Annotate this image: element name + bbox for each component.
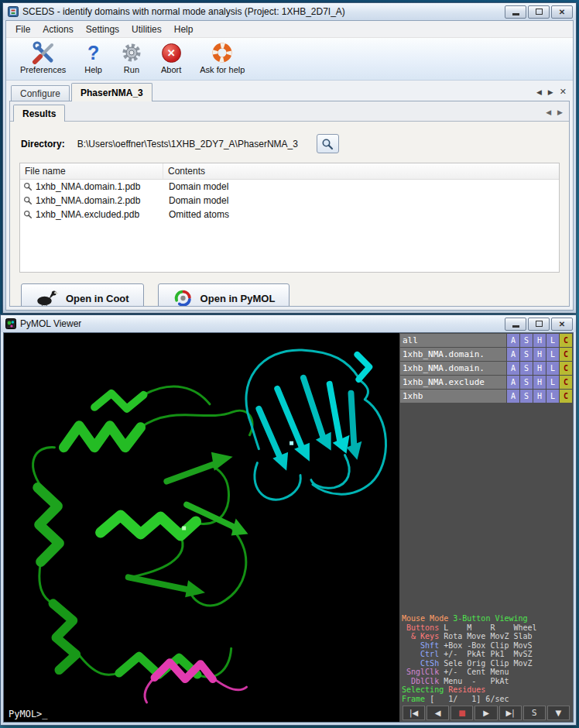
mouse-panel-text: Residues (448, 685, 485, 694)
open-in-coot-button[interactable]: Open in Coot (21, 283, 144, 307)
minimize-button[interactable] (505, 5, 526, 19)
object-name[interactable]: 1xhb_NMA.domain. (400, 348, 506, 361)
object-button-c[interactable]: C (560, 376, 572, 389)
mouse-panel-line: SnglClk +/- Cent Menu (402, 668, 570, 677)
preferences-button[interactable]: Preferences (11, 40, 75, 74)
file-magnifier-icon (23, 196, 33, 205)
object-button-a[interactable]: A (507, 334, 519, 347)
mouse-panel-text: DblClk (402, 677, 439, 685)
play-button[interactable]: ▶ (475, 706, 497, 720)
help-button[interactable]: ? Help (75, 40, 111, 74)
abort-button[interactable]: ✕ Abort (152, 40, 190, 74)
close-button[interactable]: ✕ (551, 318, 573, 331)
file-contents: Domain model (163, 181, 228, 192)
object-button-l[interactable]: L (546, 390, 559, 403)
mouse-panel-line: CtSh Sele Orig Clip MovZ (402, 659, 570, 668)
scene-button[interactable]: S (523, 706, 546, 720)
rewind-button[interactable]: |◀ (403, 706, 425, 720)
object-button-h[interactable]: H (533, 376, 546, 389)
object-name[interactable]: 1xhb_NMA.exclude (400, 376, 506, 389)
minimize-icon (512, 325, 519, 328)
menu-settings[interactable]: Settings (80, 22, 125, 37)
minimize-button[interactable] (505, 318, 526, 331)
open-in-pymol-button[interactable]: Open in PyMOL (158, 283, 290, 307)
object-button-l[interactable]: L (546, 376, 559, 389)
menu-file[interactable]: File (9, 22, 36, 37)
table-row[interactable]: 1xhb_NMA.excluded.pdb Omitted atoms (20, 208, 559, 221)
object-button-a[interactable]: A (507, 390, 519, 403)
sceds-titlebar[interactable]: SCEDS - identify domains with normal mod… (3, 3, 576, 20)
object-button-l[interactable]: L (546, 348, 559, 361)
object-button-c[interactable]: C (560, 390, 572, 403)
object-button-s[interactable]: S (520, 390, 533, 403)
run-label: Run (124, 65, 139, 74)
toolbar: Preferences ? Help Run ✕ (6, 38, 573, 81)
file-table-header: File name Contents (20, 163, 559, 180)
tab-nav: ◀ ▶ ✕ (536, 87, 567, 101)
sub-tab-nav: ◀ ▶ (546, 108, 563, 121)
main-tab-strip: Configure PhaserNMA_3 ◀ ▶ ✕ (6, 81, 573, 101)
object-button-a[interactable]: A (507, 376, 519, 389)
menu-button[interactable]: ▼ (547, 706, 570, 720)
tab-scroll-left-icon[interactable]: ◀ (536, 88, 542, 96)
step-forward-button[interactable]: ▶| (499, 706, 522, 720)
maximize-button[interactable] (528, 318, 550, 331)
object-button-c[interactable]: C (560, 362, 572, 375)
maximize-button[interactable] (528, 5, 550, 19)
subtab-scroll-right-icon[interactable]: ▶ (557, 108, 563, 116)
menu-utilities[interactable]: Utilities (125, 22, 168, 37)
file-magnifier-icon (23, 182, 33, 191)
step-back-button[interactable]: ◀ (427, 706, 449, 720)
tab-close-icon[interactable]: ✕ (560, 87, 567, 97)
browse-directory-button[interactable] (317, 134, 339, 153)
object-button-h[interactable]: H (533, 348, 546, 361)
sceds-client-area: File Actions Settings Utilities Help Pre… (5, 20, 574, 311)
minimize-icon (512, 13, 519, 15)
object-button-c[interactable]: C (560, 334, 572, 347)
mouse-panel-line: Selecting Residues (402, 685, 570, 695)
object-row: 1xhbASHLC (400, 390, 572, 403)
object-button-s[interactable]: S (520, 376, 533, 389)
object-button-l[interactable]: L (546, 362, 559, 375)
table-row[interactable]: 1xhb_NMA.domain.1.pdb Domain model (20, 180, 559, 194)
object-button-s[interactable]: S (520, 348, 533, 361)
mouse-panel-text: Frame (402, 695, 430, 703)
object-button-a[interactable]: A (507, 348, 519, 361)
mouse-panel-text: +Box -Box Clip MovS (439, 641, 532, 650)
tab-results[interactable]: Results (13, 105, 65, 122)
table-row[interactable]: 1xhb_NMA.domain.2.pdb Domain model (20, 194, 559, 208)
menu-help[interactable]: Help (168, 22, 200, 37)
object-name[interactable]: 1xhb (400, 390, 506, 403)
object-name[interactable]: 1xhb_NMA.domain. (400, 362, 506, 375)
menu-actions[interactable]: Actions (36, 22, 79, 37)
file-magnifier-icon (23, 210, 33, 219)
object-button-l[interactable]: L (546, 334, 559, 347)
preferences-label: Preferences (20, 65, 66, 74)
object-button-h[interactable]: H (533, 334, 546, 347)
close-button[interactable]: ✕ (551, 5, 573, 19)
pymol-command-prompt[interactable]: PyMOL>_ (9, 709, 48, 719)
mouse-panel-text: Ctrl (402, 650, 439, 658)
tab-scroll-right-icon[interactable]: ▶ (548, 88, 553, 96)
object-button-c[interactable]: C (560, 348, 572, 361)
object-button-s[interactable]: S (520, 362, 533, 375)
run-button[interactable]: Run (111, 40, 152, 74)
tab-phasernma-3[interactable]: PhaserNMA_3 (71, 83, 152, 101)
search-icon (321, 138, 334, 150)
pymol-side-panel: allASHLC1xhb_NMA.domain.ASHLC1xhb_NMA.do… (399, 333, 573, 722)
stop-button[interactable]: ■ (451, 706, 473, 720)
pymol-titlebar[interactable]: PyMOL Viewer ✕ (1, 315, 576, 332)
close-icon: ✕ (559, 320, 565, 328)
object-button-s[interactable]: S (520, 334, 533, 347)
column-file-name[interactable]: File name (20, 163, 163, 179)
object-button-a[interactable]: A (507, 362, 519, 375)
ask-for-help-button[interactable]: Ask for help (190, 40, 254, 74)
object-name[interactable]: all (400, 334, 506, 347)
column-contents[interactable]: Contents (163, 163, 210, 179)
object-button-h[interactable]: H (533, 390, 546, 403)
object-button-h[interactable]: H (533, 362, 546, 375)
mouse-panel-text: Selecting (402, 685, 448, 694)
molecule-viewport[interactable]: PyMOL>_ (4, 333, 399, 722)
tab-configure[interactable]: Configure (11, 85, 70, 101)
subtab-scroll-left-icon[interactable]: ◀ (546, 108, 551, 116)
